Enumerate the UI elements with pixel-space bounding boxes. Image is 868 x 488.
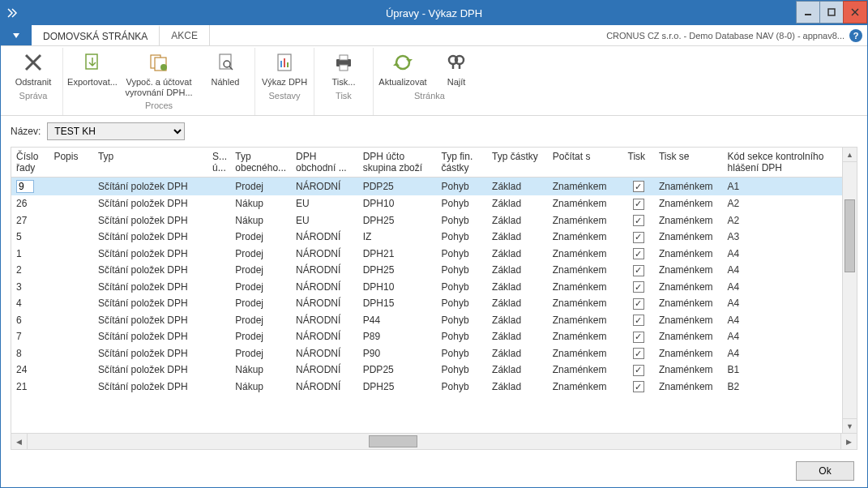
cell-typ[interactable]: Sčítání položek DPH — [93, 295, 207, 312]
cell-popis[interactable] — [49, 195, 92, 212]
tab-actions[interactable]: AKCE — [160, 25, 210, 45]
cell-calc[interactable]: Znaménkem — [548, 246, 623, 263]
cell-su[interactable] — [207, 262, 230, 279]
print-checkbox[interactable] — [633, 248, 644, 259]
cell-prod[interactable]: PDP25 — [358, 362, 437, 379]
cell-gen[interactable]: Prodej — [230, 229, 291, 246]
scroll-left-icon[interactable]: ◀ — [11, 434, 28, 449]
cell-prod[interactable]: DPH10 — [358, 195, 437, 212]
cell-kh[interactable]: A2 — [723, 195, 842, 212]
cell-kh[interactable]: A4 — [723, 328, 842, 345]
cell-popis[interactable] — [49, 212, 92, 229]
cell-typ[interactable]: Sčítání položek DPH — [93, 345, 207, 362]
cell-fin[interactable]: Pohyb — [437, 262, 488, 279]
cell-row-no[interactable]: 8 — [11, 345, 49, 362]
cell-gen[interactable]: Prodej — [230, 178, 291, 196]
cell-prod[interactable]: DPH21 — [358, 246, 437, 263]
cell-typ[interactable]: Sčítání položek DPH — [93, 195, 207, 212]
cell-prod[interactable]: DPH25 — [358, 212, 437, 229]
cell-print[interactable] — [623, 362, 654, 379]
cell-printw[interactable]: Znaménkem — [654, 295, 723, 312]
cell-amt[interactable]: Základ — [487, 328, 548, 345]
cell-kh[interactable]: A4 — [723, 262, 842, 279]
cell-calc[interactable]: Znaménkem — [548, 229, 623, 246]
maximize-button[interactable] — [819, 1, 844, 24]
cell-prod[interactable]: P90 — [358, 345, 437, 362]
horizontal-scroll-thumb[interactable] — [369, 435, 417, 447]
col-dph-ucto[interactable]: DPH účto skupina zboží — [358, 148, 437, 178]
cell-prod[interactable]: IZ — [358, 229, 437, 246]
cell-printw[interactable]: Znaménkem — [654, 312, 723, 329]
cell-amt[interactable]: Základ — [487, 212, 548, 229]
col-row-no[interactable]: Číslo řady — [11, 148, 49, 178]
cell-typ[interactable]: Sčítání položek DPH — [93, 262, 207, 279]
cell-amt[interactable]: Základ — [487, 229, 548, 246]
cell-printw[interactable]: Znaménkem — [654, 212, 723, 229]
cell-print[interactable] — [623, 295, 654, 312]
delete-button[interactable]: Odstranit — [7, 48, 59, 89]
cell-bus[interactable]: NÁRODNÍ — [291, 295, 358, 312]
cell-row-no[interactable]: 3 — [11, 279, 49, 296]
cell-prod[interactable]: DPH25 — [358, 262, 437, 279]
cell-su[interactable] — [207, 178, 230, 196]
cell-gen[interactable]: Prodej — [230, 279, 291, 296]
cell-kh[interactable]: A4 — [723, 295, 842, 312]
cell-row-no[interactable]: 1 — [11, 246, 49, 263]
cell-print[interactable] — [623, 246, 654, 263]
table-row[interactable]: 4Sčítání položek DPHProdejNÁRODNÍDPH15Po… — [11, 295, 842, 312]
cell-su[interactable] — [207, 295, 230, 312]
cell-prod[interactable]: DPH10 — [358, 279, 437, 296]
ok-button[interactable]: Ok — [796, 461, 854, 481]
cell-printw[interactable]: Znaménkem — [654, 229, 723, 246]
cell-calc[interactable]: Znaménkem — [548, 279, 623, 296]
cell-row-no[interactable]: 27 — [11, 212, 49, 229]
table-row[interactable]: 24Sčítání položek DPHNákupNÁRODNÍPDP25Po… — [11, 362, 842, 379]
preview-button[interactable]: Náhled — [199, 48, 251, 99]
print-checkbox[interactable] — [633, 348, 644, 359]
cell-kh[interactable]: A3 — [723, 229, 842, 246]
cell-amt[interactable]: Základ — [487, 262, 548, 279]
cell-popis[interactable] — [49, 279, 92, 296]
col-typ[interactable]: Typ — [93, 148, 207, 178]
cell-calc[interactable]: Znaménkem — [548, 212, 623, 229]
col-kod[interactable]: Kód sekce kontrolního hlášení DPH — [723, 148, 842, 178]
cell-bus[interactable]: NÁRODNÍ — [291, 279, 358, 296]
cell-popis[interactable] — [49, 262, 92, 279]
cell-gen[interactable]: Prodej — [230, 345, 291, 362]
cell-popis[interactable] — [49, 345, 92, 362]
print-checkbox[interactable] — [633, 181, 644, 192]
cell-print[interactable] — [623, 229, 654, 246]
cell-printw[interactable]: Znaménkem — [654, 345, 723, 362]
table-row[interactable]: 5Sčítání položek DPHProdejNÁRODNÍIZPohyb… — [11, 229, 842, 246]
cell-gen[interactable]: Nákup — [230, 379, 291, 396]
cell-popis[interactable] — [49, 178, 92, 196]
cell-kh[interactable]: A2 — [723, 212, 842, 229]
horizontal-scrollbar[interactable]: ◀ ▶ — [11, 433, 857, 449]
scroll-down-icon[interactable]: ▼ — [843, 418, 857, 433]
cell-prod[interactable]: DPH25 — [358, 379, 437, 396]
print-checkbox[interactable] — [633, 199, 644, 210]
cell-fin[interactable]: Pohyb — [437, 295, 488, 312]
print-button[interactable]: Tisk... — [318, 48, 370, 89]
cell-su[interactable] — [207, 362, 230, 379]
cell-printw[interactable]: Znaménkem — [654, 362, 723, 379]
print-checkbox[interactable] — [633, 215, 644, 226]
cell-calc[interactable]: Znaménkem — [548, 295, 623, 312]
cell-print[interactable] — [623, 312, 654, 329]
col-tisk-se[interactable]: Tisk se — [654, 148, 723, 178]
cell-bus[interactable]: NÁRODNÍ — [291, 312, 358, 329]
cell-print[interactable] — [623, 178, 654, 196]
cell-amt[interactable]: Základ — [487, 279, 548, 296]
cell-bus[interactable]: NÁRODNÍ — [291, 229, 358, 246]
cell-printw[interactable]: Znaménkem — [654, 262, 723, 279]
cell-fin[interactable]: Pohyb — [437, 178, 488, 196]
cell-gen[interactable]: Prodej — [230, 262, 291, 279]
cell-typ[interactable]: Sčítání položek DPH — [93, 212, 207, 229]
cell-gen[interactable]: Prodej — [230, 295, 291, 312]
table-row[interactable]: Sčítání položek DPHProdejNÁRODNÍPDP25Poh… — [11, 178, 842, 196]
print-checkbox[interactable] — [633, 381, 644, 392]
cell-print[interactable] — [623, 212, 654, 229]
cell-row-no[interactable]: 6 — [11, 312, 49, 329]
cell-su[interactable] — [207, 246, 230, 263]
cell-printw[interactable]: Znaménkem — [654, 279, 723, 296]
